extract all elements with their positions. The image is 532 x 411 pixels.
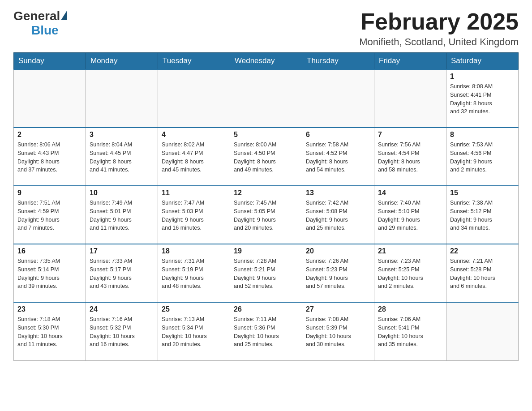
day-info: Sunrise: 7:35 AM Sunset: 5:14 PM Dayligh… bbox=[17, 257, 82, 291]
calendar-cell: 12Sunrise: 7:45 AM Sunset: 5:05 PM Dayli… bbox=[230, 186, 302, 244]
calendar-cell: 23Sunrise: 7:18 AM Sunset: 5:30 PM Dayli… bbox=[14, 302, 86, 360]
day-number: 25 bbox=[162, 305, 226, 313]
day-number: 16 bbox=[17, 247, 82, 255]
day-number: 21 bbox=[378, 247, 442, 255]
day-number: 6 bbox=[306, 131, 370, 139]
calendar-cell: 26Sunrise: 7:11 AM Sunset: 5:36 PM Dayli… bbox=[230, 302, 302, 360]
calendar-cell: 22Sunrise: 7:21 AM Sunset: 5:28 PM Dayli… bbox=[446, 244, 519, 302]
calendar-week-row: 2Sunrise: 8:06 AM Sunset: 4:43 PM Daylig… bbox=[14, 128, 519, 186]
day-info: Sunrise: 7:49 AM Sunset: 5:01 PM Dayligh… bbox=[90, 199, 154, 232]
calendar-week-row: 16Sunrise: 7:35 AM Sunset: 5:14 PM Dayli… bbox=[14, 244, 519, 302]
calendar-cell: 7Sunrise: 7:56 AM Sunset: 4:54 PM Daylig… bbox=[374, 128, 446, 186]
day-info: Sunrise: 7:13 AM Sunset: 5:34 PM Dayligh… bbox=[162, 315, 226, 349]
day-info: Sunrise: 7:23 AM Sunset: 5:25 PM Dayligh… bbox=[378, 257, 442, 291]
day-info: Sunrise: 7:45 AM Sunset: 5:05 PM Dayligh… bbox=[234, 199, 298, 232]
day-info: Sunrise: 7:56 AM Sunset: 4:54 PM Dayligh… bbox=[378, 141, 442, 174]
logo: General Blue bbox=[13, 9, 67, 38]
calendar-cell: 27Sunrise: 7:08 AM Sunset: 5:39 PM Dayli… bbox=[302, 302, 374, 360]
day-info: Sunrise: 7:58 AM Sunset: 4:52 PM Dayligh… bbox=[306, 141, 370, 174]
calendar-day-header: Saturday bbox=[446, 53, 519, 70]
day-info: Sunrise: 8:08 AM Sunset: 4:41 PM Dayligh… bbox=[450, 82, 515, 116]
calendar-cell bbox=[302, 69, 374, 128]
day-number: 14 bbox=[378, 189, 442, 197]
calendar-cell: 9Sunrise: 7:51 AM Sunset: 4:59 PM Daylig… bbox=[14, 186, 86, 244]
calendar-week-row: 9Sunrise: 7:51 AM Sunset: 4:59 PM Daylig… bbox=[14, 186, 519, 244]
day-number: 23 bbox=[17, 305, 82, 313]
page-header: General Blue February 2025 Monifieth, Sc… bbox=[13, 9, 519, 48]
day-number: 27 bbox=[306, 305, 370, 313]
calendar-cell: 6Sunrise: 7:58 AM Sunset: 4:52 PM Daylig… bbox=[302, 128, 374, 186]
day-number: 26 bbox=[234, 305, 298, 313]
day-number: 10 bbox=[90, 189, 154, 197]
day-number: 18 bbox=[162, 247, 226, 255]
day-number: 17 bbox=[90, 247, 154, 255]
logo-triangle-icon bbox=[61, 10, 67, 20]
calendar-cell bbox=[374, 69, 446, 128]
day-info: Sunrise: 7:47 AM Sunset: 5:03 PM Dayligh… bbox=[162, 199, 226, 232]
calendar-cell: 16Sunrise: 7:35 AM Sunset: 5:14 PM Dayli… bbox=[14, 244, 86, 302]
logo-general-text: General bbox=[13, 9, 60, 23]
calendar-cell: 11Sunrise: 7:47 AM Sunset: 5:03 PM Dayli… bbox=[158, 186, 230, 244]
calendar-cell: 8Sunrise: 7:53 AM Sunset: 4:56 PM Daylig… bbox=[446, 128, 519, 186]
day-info: Sunrise: 7:08 AM Sunset: 5:39 PM Dayligh… bbox=[306, 315, 370, 349]
calendar-cell: 4Sunrise: 8:02 AM Sunset: 4:47 PM Daylig… bbox=[158, 128, 230, 186]
calendar-cell: 17Sunrise: 7:33 AM Sunset: 5:17 PM Dayli… bbox=[86, 244, 158, 302]
calendar-cell: 19Sunrise: 7:28 AM Sunset: 5:21 PM Dayli… bbox=[230, 244, 302, 302]
calendar-week-row: 1Sunrise: 8:08 AM Sunset: 4:41 PM Daylig… bbox=[14, 69, 519, 128]
day-info: Sunrise: 7:06 AM Sunset: 5:41 PM Dayligh… bbox=[378, 315, 442, 349]
calendar-cell: 2Sunrise: 8:06 AM Sunset: 4:43 PM Daylig… bbox=[14, 128, 86, 186]
calendar-cell: 10Sunrise: 7:49 AM Sunset: 5:01 PM Dayli… bbox=[86, 186, 158, 244]
calendar-cell: 1Sunrise: 8:08 AM Sunset: 4:41 PM Daylig… bbox=[446, 69, 519, 128]
day-number: 13 bbox=[306, 189, 370, 197]
day-number: 5 bbox=[234, 131, 298, 139]
day-info: Sunrise: 8:06 AM Sunset: 4:43 PM Dayligh… bbox=[17, 141, 82, 174]
day-number: 2 bbox=[17, 131, 82, 139]
calendar-cell: 21Sunrise: 7:23 AM Sunset: 5:25 PM Dayli… bbox=[374, 244, 446, 302]
day-info: Sunrise: 8:04 AM Sunset: 4:45 PM Dayligh… bbox=[90, 141, 154, 174]
day-info: Sunrise: 7:51 AM Sunset: 4:59 PM Dayligh… bbox=[17, 199, 82, 232]
day-info: Sunrise: 7:40 AM Sunset: 5:10 PM Dayligh… bbox=[378, 199, 442, 232]
title-area: February 2025 Monifieth, Scotland, Unite… bbox=[359, 9, 519, 48]
month-title: February 2025 bbox=[359, 9, 519, 34]
day-info: Sunrise: 7:42 AM Sunset: 5:08 PM Dayligh… bbox=[306, 199, 370, 232]
calendar-cell: 5Sunrise: 8:00 AM Sunset: 4:50 PM Daylig… bbox=[230, 128, 302, 186]
calendar-cell: 13Sunrise: 7:42 AM Sunset: 5:08 PM Dayli… bbox=[302, 186, 374, 244]
day-info: Sunrise: 7:38 AM Sunset: 5:12 PM Dayligh… bbox=[450, 199, 515, 232]
calendar-week-row: 23Sunrise: 7:18 AM Sunset: 5:30 PM Dayli… bbox=[14, 302, 519, 360]
calendar-cell bbox=[86, 69, 158, 128]
day-info: Sunrise: 7:26 AM Sunset: 5:23 PM Dayligh… bbox=[306, 257, 370, 291]
calendar-day-header: Monday bbox=[86, 53, 158, 70]
calendar-cell bbox=[14, 69, 86, 128]
day-number: 7 bbox=[378, 131, 442, 139]
day-number: 15 bbox=[450, 189, 515, 197]
calendar-day-header: Thursday bbox=[302, 53, 374, 70]
day-info: Sunrise: 7:16 AM Sunset: 5:32 PM Dayligh… bbox=[90, 315, 154, 349]
day-number: 9 bbox=[17, 189, 82, 197]
day-info: Sunrise: 7:53 AM Sunset: 4:56 PM Dayligh… bbox=[450, 141, 515, 174]
calendar-cell: 24Sunrise: 7:16 AM Sunset: 5:32 PM Dayli… bbox=[86, 302, 158, 360]
day-info: Sunrise: 8:00 AM Sunset: 4:50 PM Dayligh… bbox=[234, 141, 298, 174]
day-number: 1 bbox=[450, 73, 515, 81]
day-number: 3 bbox=[90, 131, 154, 139]
calendar-header-row: SundayMondayTuesdayWednesdayThursdayFrid… bbox=[14, 53, 519, 70]
day-info: Sunrise: 7:18 AM Sunset: 5:30 PM Dayligh… bbox=[17, 315, 82, 349]
calendar-cell bbox=[230, 69, 302, 128]
calendar-cell bbox=[446, 302, 519, 360]
calendar-cell: 18Sunrise: 7:31 AM Sunset: 5:19 PM Dayli… bbox=[158, 244, 230, 302]
day-info: Sunrise: 7:28 AM Sunset: 5:21 PM Dayligh… bbox=[234, 257, 298, 291]
day-info: Sunrise: 8:02 AM Sunset: 4:47 PM Dayligh… bbox=[162, 141, 226, 174]
day-number: 12 bbox=[234, 189, 298, 197]
calendar-cell: 20Sunrise: 7:26 AM Sunset: 5:23 PM Dayli… bbox=[302, 244, 374, 302]
day-info: Sunrise: 7:21 AM Sunset: 5:28 PM Dayligh… bbox=[450, 257, 515, 291]
day-info: Sunrise: 7:33 AM Sunset: 5:17 PM Dayligh… bbox=[90, 257, 154, 291]
calendar-day-header: Friday bbox=[374, 53, 446, 70]
calendar-cell: 15Sunrise: 7:38 AM Sunset: 5:12 PM Dayli… bbox=[446, 186, 519, 244]
calendar-cell: 3Sunrise: 8:04 AM Sunset: 4:45 PM Daylig… bbox=[86, 128, 158, 186]
calendar-table: SundayMondayTuesdayWednesdayThursdayFrid… bbox=[13, 52, 519, 361]
logo-blue-text: Blue bbox=[31, 23, 59, 38]
day-number: 4 bbox=[162, 131, 226, 139]
calendar-cell: 14Sunrise: 7:40 AM Sunset: 5:10 PM Dayli… bbox=[374, 186, 446, 244]
calendar-cell bbox=[158, 69, 230, 128]
calendar-day-header: Sunday bbox=[14, 53, 86, 70]
day-number: 19 bbox=[234, 247, 298, 255]
